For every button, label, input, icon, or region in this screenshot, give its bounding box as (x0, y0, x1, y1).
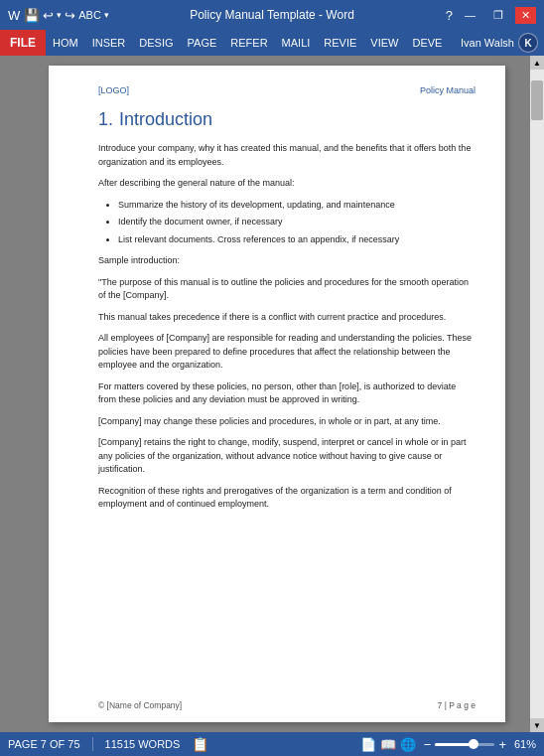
scroll-down-button[interactable]: ▼ (530, 718, 544, 732)
undo-dropdown-icon[interactable]: ▾ (57, 10, 62, 20)
word-icon: W (8, 8, 20, 23)
scroll-track[interactable] (530, 70, 544, 718)
tab-design[interactable]: DESIG (132, 30, 180, 56)
tab-references[interactable]: REFER (223, 30, 274, 56)
bullet-item-1: Summarize the history of its development… (118, 199, 476, 213)
intro-para-1: Introduce your company, why it has creat… (98, 142, 476, 169)
sample-label: Sample introduction: (98, 254, 476, 268)
page-count: PAGE 7 OF 75 (8, 738, 80, 750)
bullet-item-2: Identify the document owner, if necessar… (118, 216, 476, 229)
save-icon[interactable]: 💾 (24, 8, 40, 23)
help-icon[interactable]: ? (446, 8, 453, 23)
user-avatar[interactable]: K (518, 33, 538, 53)
document-page: [LOGO] Policy Manual 1. Introduction Int… (49, 66, 505, 722)
ribbon: FILE HOM INSER DESIG PAGE REFER MAILI RE… (0, 30, 544, 56)
close-button[interactable]: ✕ (515, 7, 536, 24)
status-right: 📄 📖 🌐 − + 61% (360, 737, 536, 752)
page-wrapper: [LOGO] Policy Manual 1. Introduction Int… (0, 56, 544, 732)
proofing-icon[interactable]: 📋 (192, 736, 208, 752)
page-footer: © [Name of Company] 7 | P a g e (49, 700, 505, 710)
status-bar: PAGE 7 OF 75 11515 WORDS 📋 📄 📖 🌐 − + 61% (0, 732, 544, 756)
zoom-level: 61% (514, 738, 536, 750)
header-right-text: Policy Manual (420, 85, 476, 95)
undo-icon[interactable]: ↩ (43, 8, 54, 23)
section-title: Introduction (119, 109, 212, 130)
section-number: 1. (98, 109, 113, 130)
zoom-slider-thumb[interactable] (469, 739, 478, 749)
tab-mailings[interactable]: MAILI (275, 30, 318, 56)
file-tab[interactable]: FILE (0, 30, 46, 56)
zoom-control[interactable]: − + (424, 737, 506, 752)
vertical-scrollbar[interactable]: ▲ ▼ (530, 56, 544, 732)
bullet-item-3: List relevant documents. Cross reference… (118, 233, 476, 247)
zoom-slider-fill (435, 743, 472, 746)
user-area: Ivan Walsh K (461, 33, 544, 53)
body-para-7: Recognition of these rights and prerogat… (98, 485, 476, 512)
view-icons: 📄 📖 🌐 (360, 737, 416, 752)
user-name: Ivan Walsh (461, 37, 514, 49)
web-layout-icon[interactable]: 🌐 (400, 737, 416, 752)
print-layout-icon[interactable]: 📄 (360, 737, 376, 752)
section-heading: 1. Introduction (98, 109, 476, 130)
body-para-5: [Company] may change these policies and … (98, 415, 476, 429)
tab-review[interactable]: REVIE (317, 30, 363, 56)
ribbon-tabs: HOM INSER DESIG PAGE REFER MAILI REVIE V… (46, 30, 449, 56)
zoom-plus[interactable]: + (498, 737, 506, 752)
window-title: Policy Manual Template - Word (190, 8, 354, 22)
title-bar: W 💾 ↩ ▾ ↪ ABC ▾ Policy Manual Template -… (0, 0, 544, 30)
sample-quote: "The purpose of this manual is to outlin… (98, 276, 476, 303)
logo-placeholder: [LOGO] (98, 85, 129, 95)
zoom-minus[interactable]: − (424, 737, 432, 752)
word-count: 11515 WORDS (105, 738, 181, 750)
footer-page-number: 7 | P a g e (438, 700, 476, 710)
page-header: [LOGO] Policy Manual (98, 85, 476, 95)
tab-home[interactable]: HOM (46, 30, 85, 56)
body-para-4: For matters covered by these policies, n… (98, 380, 476, 407)
tab-view[interactable]: VIEW (363, 30, 405, 56)
document-area: [LOGO] Policy Manual 1. Introduction Int… (0, 56, 544, 732)
read-mode-icon[interactable]: 📖 (380, 737, 396, 752)
zoom-slider-track[interactable] (435, 743, 494, 746)
body-para-2: This manual takes precedence if there is… (98, 311, 476, 325)
more-qa-icon[interactable]: ▾ (104, 10, 109, 20)
tab-developer[interactable]: DEVE (405, 30, 449, 56)
restore-button[interactable]: ❐ (487, 7, 509, 24)
status-separator-1 (92, 737, 93, 751)
quick-access-toolbar: 💾 ↩ ▾ ↪ ABC ▾ (24, 8, 109, 23)
redo-icon[interactable]: ↪ (65, 8, 75, 23)
window-controls: ? — ❐ ✕ (446, 7, 536, 24)
tab-insert[interactable]: INSER (85, 30, 133, 56)
footer-company: © [Name of Company] (98, 700, 182, 710)
body-para-3: All employees of [Company] are responsib… (98, 332, 476, 373)
intro-para-2: After describing the general nature of t… (98, 177, 476, 191)
body-para-6: [Company] retains the right to change, m… (98, 436, 476, 477)
scroll-up-button[interactable]: ▲ (530, 56, 544, 70)
minimize-button[interactable]: — (459, 7, 481, 23)
tab-page[interactable]: PAGE (181, 30, 224, 56)
title-left: W 💾 ↩ ▾ ↪ ABC ▾ (8, 8, 109, 23)
scroll-thumb[interactable] (531, 80, 543, 120)
spell-icon[interactable]: ABC (78, 9, 101, 21)
bullet-list: Summarize the history of its development… (118, 199, 476, 247)
